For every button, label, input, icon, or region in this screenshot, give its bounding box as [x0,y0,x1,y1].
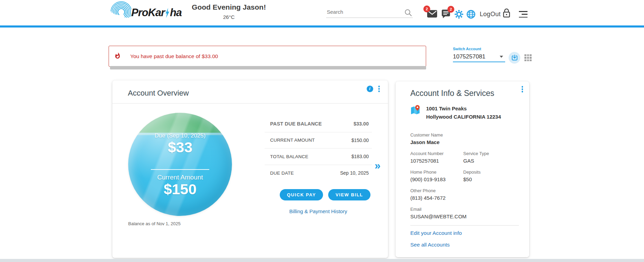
account-select-value: 1075257081 [453,53,486,60]
greeting-block: Good Evening Jason! 26°C [191,3,267,20]
account-select-dropdown[interactable]: 1075257081 [453,53,505,62]
map-pin-icon [410,105,420,121]
row-label: DUE DATE [270,171,294,176]
other-phone-value: (813) 454-7672 [410,195,519,201]
search-box [326,8,413,18]
current-amount-value: $150 [128,181,232,198]
address-line2: Hollywood CALIFORNIA 12234 [426,113,501,121]
past-due-alert: You have past due balance of $33.00 [109,46,426,67]
address-line1: 1001 Twin Peaks [426,105,501,113]
info-icon[interactable]: i [367,86,373,92]
customer-name-label: Customer Name [410,132,519,138]
balance-asof-text: Balance as of Nov 1, 2025 [128,221,181,226]
table-row: DUE DATE Sep 10, 2025 [265,165,372,182]
lock-icon[interactable] [502,8,511,20]
service-type-label: Service Type [463,151,519,156]
greeting-text: Good Evening Jason! [191,3,267,11]
other-phone-label: Other Phone [410,188,519,193]
service-type-value: GAS [463,158,519,164]
apps-grid-icon[interactable] [524,54,532,62]
account-info-kebab-menu[interactable] [521,85,524,93]
row-value: Sep 10, 2025 [340,170,369,176]
chat-badge: 2 [447,6,454,13]
deposits-value: $50 [463,176,519,182]
logo-arcs-icon [109,1,131,25]
download-account-button[interactable] [509,52,520,64]
settings-gear-icon[interactable] [454,10,464,20]
next-section-edge [0,259,644,262]
due-label: Due (Sep 10, 2025) [128,132,232,139]
overview-title: Account Overview [128,89,189,98]
see-all-accounts-link[interactable]: See all Accounts [410,242,519,248]
balance-sphere-gauge: Due (Sep 10, 2025) $33 Current Amount $1… [128,113,232,216]
table-row: PAST DUE BALANCE $33.00 [265,116,372,132]
deposits-group: Deposits $50 [463,170,519,182]
edit-account-link[interactable]: Edit your Account info [410,230,519,236]
view-bill-button[interactable]: VIEW BILL [328,189,370,200]
balance-table: PAST DUE BALANCE $33.00 CURRENT AMOUNT $… [265,116,372,181]
billing-history-link[interactable]: Billing & Payment History [265,208,372,214]
table-row: CURRENT AMOUNT $150.00 [265,132,372,149]
switch-account-label: Switch Account [453,47,532,51]
chat-button[interactable]: 2 [441,10,451,20]
current-amount-label: Current Amount [128,174,232,181]
row-label: PAST DUE BALANCE [270,121,322,127]
account-number-group: Account Number 1075257081 [410,151,463,164]
temperature-text: 26°C [191,14,267,20]
gauge-divider-line [151,169,209,170]
search-input[interactable] [326,8,413,18]
menu-hamburger-button[interactable] [519,11,528,20]
email-value: SUSAN@IWEBTE.COM [410,214,519,219]
chevron-down-icon [500,56,503,58]
messages-button[interactable]: 2 [427,10,437,19]
row-value: $33.00 [354,121,369,127]
top-header: ProKar ha Good Evening Jason! 26°C 2 2 [0,0,644,28]
lightning-bolt-icon [165,8,169,18]
deposits-label: Deposits [463,170,519,175]
quick-pay-button[interactable]: QUICK PAY [280,189,323,200]
account-number-value: 1075257081 [410,158,463,164]
service-address-block: 1001 Twin Peaks Hollywood CALIFORNIA 122… [410,105,519,121]
row-value: $150.00 [351,138,369,143]
email-label: Email [410,207,519,212]
prokarma-logo[interactable]: ProKar ha [109,1,182,24]
account-info-card: Account Info & Services 1001 Twin Peaks … [396,81,529,257]
logout-button[interactable]: LogOut [480,11,501,18]
row-value: $183.00 [351,154,369,159]
expand-chevrons-icon[interactable]: » [375,160,380,171]
due-amount: $33 [128,139,232,156]
search-icon[interactable] [404,9,412,18]
home-phone-label: Home Phone [410,170,463,175]
account-number-label: Account Number [410,151,463,156]
home-phone-group: Home Phone (900) 019-9183 [410,170,463,182]
table-row: TOTAL BALANCE $183.00 [265,149,372,165]
alert-message: You have past due balance of $33.00 [130,53,218,59]
switch-account-block: Switch Account 1075257081 [453,47,532,64]
language-globe-icon[interactable] [466,10,476,20]
flame-icon [114,52,121,61]
account-info-title: Account Info & Services [410,89,519,98]
dashboard-page: ProKar ha Good Evening Jason! 26°C 2 2 [0,0,644,262]
divider [112,103,388,103]
service-type-group: Service Type GAS [463,151,519,164]
overview-kebab-menu[interactable] [378,85,381,93]
customer-name-group: Customer Name Jason Mace [410,132,519,145]
row-label: TOTAL BALANCE [270,154,308,159]
home-phone-value: (900) 019-9183 [410,176,463,182]
logo-wordmark: ProKar ha [131,7,182,19]
row-label: CURRENT AMOUNT [270,138,315,143]
account-overview-card: i Account Overview Due (Sep 10, 2025) $3… [112,80,388,258]
messages-badge: 2 [423,6,430,12]
divider [410,225,519,226]
email-group: Email SUSAN@IWEBTE.COM [410,207,519,219]
customer-name-value: Jason Mace [410,139,519,145]
other-phone-group: Other Phone (813) 454-7672 [410,188,519,201]
horizontal-scrollbar[interactable] [110,66,426,69]
